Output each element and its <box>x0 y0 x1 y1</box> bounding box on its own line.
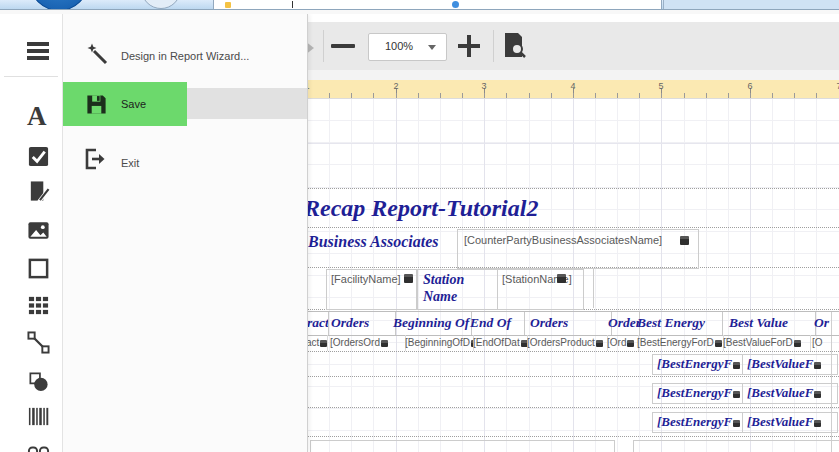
zoom-level-select[interactable]: 100% <box>368 33 447 61</box>
report-designer-window: Recap Report-Tutorial2 Business Associat… <box>0 0 839 452</box>
tool-character-comb-button[interactable] <box>27 445 51 452</box>
tool-table-button[interactable] <box>27 294 51 318</box>
header-cell[interactable]: Best Energy <box>635 312 723 335</box>
band-separator[interactable] <box>306 376 839 377</box>
band-separator[interactable] <box>306 351 839 352</box>
browser-tab-area[interactable] <box>663 0 839 9</box>
menu-item-label: Save <box>121 98 146 110</box>
browser-forward-button[interactable] <box>141 0 181 9</box>
header-cell[interactable]: Or <box>806 312 839 335</box>
window-top-strip <box>0 10 839 14</box>
data-cell[interactable]: [O <box>808 335 839 351</box>
favicon-icon <box>225 2 231 8</box>
tool-barcode-button[interactable] <box>27 405 51 429</box>
smart-tag-icon[interactable] <box>733 362 740 369</box>
menu-button[interactable] <box>27 40 51 64</box>
business-associates-label[interactable]: Business Associates <box>308 233 439 251</box>
label-tool-icon: A <box>27 101 47 131</box>
facility-field-text: [FacilityName] <box>331 273 401 285</box>
barcode-icon <box>27 405 50 428</box>
menu-item-label: Exit <box>121 157 139 169</box>
smart-tag-icon[interactable] <box>733 391 740 398</box>
shape-icon <box>27 370 50 393</box>
counterparty-field-cell[interactable]: [CounterPartyBusinessAssociatesName] <box>457 229 699 269</box>
footer-cell[interactable] <box>633 440 839 452</box>
print-preview-button[interactable] <box>501 32 527 60</box>
cell-border <box>593 269 594 308</box>
zoom-out-button[interactable] <box>324 35 362 57</box>
minus-icon <box>331 44 355 48</box>
station-label-cell[interactable]: Station Name <box>417 269 498 310</box>
data-cell[interactable]: [EndOfDat <box>470 335 528 351</box>
tool-shape-button[interactable] <box>27 370 51 394</box>
header-cell[interactable]: ract <box>306 312 329 335</box>
browser-back-button[interactable] <box>30 0 88 10</box>
smart-tag-icon[interactable] <box>381 340 388 347</box>
save-floppy-icon <box>85 93 108 116</box>
smart-tag-icon[interactable] <box>627 340 634 347</box>
browser-page-icon <box>452 1 459 8</box>
report-title[interactable]: Recap Report-Tutorial2 <box>304 195 538 222</box>
exit-icon <box>83 147 107 171</box>
smart-tag-icon[interactable] <box>814 391 821 398</box>
zoom-in-button[interactable] <box>458 35 480 57</box>
smart-tag-icon[interactable] <box>794 340 801 347</box>
header-cell[interactable]: Orders <box>327 312 396 335</box>
data-cell[interactable]: [OrdersOrd <box>327 335 406 351</box>
data-cell[interactable]: [Ord <box>604 335 639 351</box>
menu-item-exit[interactable]: Exit <box>62 140 307 180</box>
toolbox-divider <box>4 76 58 77</box>
smart-tag-icon[interactable] <box>404 274 413 283</box>
smart-tag-icon[interactable] <box>680 236 689 245</box>
grid-line <box>307 143 839 144</box>
text-cursor <box>292 1 293 8</box>
data-cell[interactable]: [BestEnergyForD <box>635 335 724 351</box>
data-cell[interactable]: act <box>306 335 328 351</box>
facility-field-cell[interactable]: [FacilityName] <box>326 269 417 310</box>
header-cell[interactable]: End Of <box>469 312 525 335</box>
checkbox-icon <box>27 145 50 168</box>
smart-tag-icon[interactable] <box>557 274 566 283</box>
browser-address-bar[interactable] <box>213 0 662 9</box>
band-separator[interactable] <box>306 227 839 228</box>
menu-item-label: Design in Report Wizard... <box>121 50 249 62</box>
band-separator[interactable] <box>306 436 839 437</box>
tool-picture-button[interactable] <box>27 219 51 243</box>
menu-item-report-wizard[interactable]: Design in Report Wizard... <box>62 36 307 76</box>
best-energy-cell[interactable]: [BestEnergyF <box>652 383 743 404</box>
data-cell[interactable]: [BeginningOfD <box>402 335 474 351</box>
data-cell[interactable]: [BestValueForD <box>721 335 811 351</box>
smart-tag-icon[interactable] <box>596 340 603 347</box>
best-energy-cell[interactable]: [BestEnergyF <box>652 412 743 433</box>
hamburger-icon <box>27 56 49 60</box>
data-cell[interactable]: [OrdersProduct <box>524 335 608 351</box>
tool-panel-button[interactable] <box>27 257 51 281</box>
smart-tag-icon[interactable] <box>814 420 821 427</box>
menu-item-save[interactable]: Save <box>62 82 307 126</box>
browser-bar <box>0 0 839 10</box>
band-separator[interactable] <box>306 407 839 408</box>
best-energy-cell[interactable]: [BestEnergyF <box>652 354 743 375</box>
ruler-number: 5 <box>658 81 663 91</box>
smart-tag-icon[interactable] <box>733 420 740 427</box>
smart-tag-icon[interactable] <box>814 362 821 369</box>
station-field-cell[interactable]: [StationName] <box>497 269 584 310</box>
band-separator[interactable] <box>306 188 839 189</box>
best-value-cell[interactable]: [BestValueF <box>742 412 838 433</box>
tool-label-button[interactable]: A <box>27 104 51 128</box>
tool-richtext-button[interactable] <box>27 180 51 204</box>
main-menu-panel: Design in Report Wizard... Save Exit <box>62 14 308 452</box>
header-cell[interactable]: Beginning Of <box>391 312 472 335</box>
tool-checkbox-button[interactable] <box>27 145 51 169</box>
footer-cell[interactable] <box>310 440 615 452</box>
header-cell[interactable]: Orders <box>523 312 612 335</box>
table-icon <box>27 294 50 317</box>
ruler-number: 6 <box>747 81 752 91</box>
header-cell[interactable]: Best Value <box>720 312 816 335</box>
toolbar-divider <box>493 30 494 62</box>
best-value-cell[interactable]: [BestValueF <box>742 383 838 404</box>
print-preview-icon <box>501 32 527 60</box>
tool-line-button[interactable] <box>27 331 51 355</box>
best-value-cell[interactable]: [BestValueF <box>742 354 838 375</box>
horizontal-ruler: 1 2 3 4 5 6 7 <box>307 80 839 99</box>
